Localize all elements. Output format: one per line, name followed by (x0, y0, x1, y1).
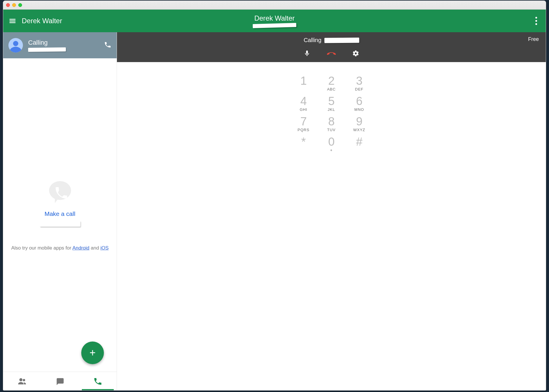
dialpad-key-9[interactable]: 9WXYZ (345, 114, 373, 135)
make-a-call-link[interactable]: Make a call (44, 210, 75, 217)
dialpad-letters: DEF (355, 87, 364, 91)
dialpad-digit: 4 (300, 95, 307, 107)
tab-contacts[interactable] (3, 372, 41, 390)
dialpad-digit: 5 (328, 95, 335, 107)
dialpad-key-6[interactable]: 6MNO (345, 94, 373, 114)
dialpad-key-5[interactable]: 5JKL (317, 94, 345, 114)
project-redacted (40, 221, 80, 227)
dialpad-letters: GHI (300, 107, 307, 112)
gear-icon (352, 50, 359, 57)
dialpad-letters: ABC (327, 87, 336, 91)
dialpad-digit: 2 (328, 75, 335, 86)
phone-icon (93, 377, 102, 386)
dialpad-key-0[interactable]: 0+ (317, 135, 345, 155)
hamburger-menu-button[interactable] (3, 10, 22, 32)
mac-titlebar (3, 1, 546, 10)
dialpad-letters: + (330, 148, 333, 152)
tab-calls[interactable] (79, 372, 117, 390)
contact-number-redacted (253, 23, 296, 28)
dialpad-key-#[interactable]: # (345, 135, 373, 155)
hangup-icon (326, 50, 336, 57)
dialpad-digit: 9 (356, 115, 362, 127)
sidebar-empty-state: Make a call Also try our mobile apps for… (3, 58, 117, 372)
microphone-icon (304, 50, 310, 57)
dialpad-digit: 0 (328, 136, 335, 147)
phone-icon (104, 41, 111, 48)
ios-link[interactable]: iOS (100, 245, 109, 251)
hangup-button[interactable] (326, 50, 336, 57)
mobile-apps-promo: Also try our mobile apps for Android and… (11, 245, 109, 251)
content-body: Calling Make a call Also try our mobile … (3, 32, 546, 390)
dialpad-container: 12ABC3DEF4GHI5JKL6MNO7PQRS8TUV9WXYZ*0+# (117, 62, 546, 390)
dialpad-letters: JKL (328, 107, 335, 112)
more-menu-button[interactable] (533, 15, 539, 27)
dialpad-digit: 7 (300, 115, 307, 127)
app-toolbar: Derek Walter Derek Walter (3, 10, 546, 32)
contact-name: Derek Walter (253, 14, 296, 22)
dialpad-key-4[interactable]: 4GHI (290, 94, 317, 114)
call-number-redacted (28, 47, 66, 52)
app-window: Derek Walter Derek Walter Calling (3, 1, 546, 391)
promo-text-and: and (89, 245, 100, 251)
window-close-button[interactable] (6, 3, 10, 7)
svg-point-3 (19, 378, 23, 381)
avatar-icon (8, 38, 23, 53)
active-call-card[interactable]: Calling (3, 32, 117, 58)
svg-point-4 (23, 379, 25, 381)
call-card-phone-icon (104, 41, 111, 50)
dialpad-digit: 1 (300, 75, 307, 86)
dialpad-digit: 3 (356, 75, 362, 86)
call-card-text: Calling (28, 39, 66, 52)
window-maximize-button[interactable] (18, 3, 22, 7)
chat-icon (55, 377, 64, 386)
tab-messages[interactable] (41, 372, 79, 390)
main-panel: Free Calling 12 (117, 32, 546, 390)
call-controls (124, 50, 539, 57)
call-status-label: Calling (28, 39, 66, 46)
plus-icon: + (89, 348, 95, 358)
svg-rect-1 (10, 21, 16, 21)
call-settings-button[interactable] (352, 50, 359, 57)
dialpad-key-8[interactable]: 8TUV (317, 114, 345, 135)
mute-button[interactable] (304, 50, 310, 57)
dialpad-letters: WXYZ (353, 128, 365, 132)
dialpad-key-7[interactable]: 7PQRS (290, 114, 317, 135)
sidebar-tabs (3, 372, 117, 390)
dialpad-key-3[interactable]: 3DEF (345, 74, 373, 94)
calling-status-row: Calling (124, 37, 539, 44)
svg-rect-2 (10, 22, 16, 23)
dialpad-digit: * (301, 136, 306, 147)
dialpad-digit: 8 (328, 115, 335, 127)
dialpad-letters: MNO (354, 107, 364, 112)
promo-text-prefix: Also try our mobile apps for (11, 245, 73, 251)
hangouts-phone-placeholder-icon (46, 179, 75, 205)
window-minimize-button[interactable] (12, 3, 16, 7)
account-name[interactable]: Derek Walter (22, 17, 62, 25)
dialpad-key-1[interactable]: 1 (290, 74, 317, 94)
android-link[interactable]: Android (72, 245, 89, 251)
hamburger-icon (8, 17, 17, 25)
new-conversation-fab[interactable]: + (81, 342, 104, 364)
dialpad-digit: 6 (356, 95, 362, 107)
dialpad: 12ABC3DEF4GHI5JKL6MNO7PQRS8TUV9WXYZ*0+# (290, 74, 373, 390)
dialpad-digit: # (356, 136, 362, 147)
dialpad-key-2[interactable]: 2ABC (317, 74, 345, 94)
people-icon (17, 377, 27, 386)
call-cost-label: Free (528, 36, 539, 42)
active-call-bar: Free Calling (117, 32, 546, 62)
calling-label: Calling (304, 37, 321, 44)
dialpad-letters: PQRS (298, 128, 310, 132)
calling-number-redacted (324, 37, 359, 43)
sidebar: Calling Make a call Also try our mobile … (3, 32, 117, 390)
dialpad-key-*[interactable]: * (290, 135, 317, 155)
more-vertical-icon (535, 17, 537, 25)
svg-rect-0 (10, 19, 16, 20)
contact-title: Derek Walter (253, 14, 296, 28)
dialpad-letters: TUV (327, 128, 336, 132)
